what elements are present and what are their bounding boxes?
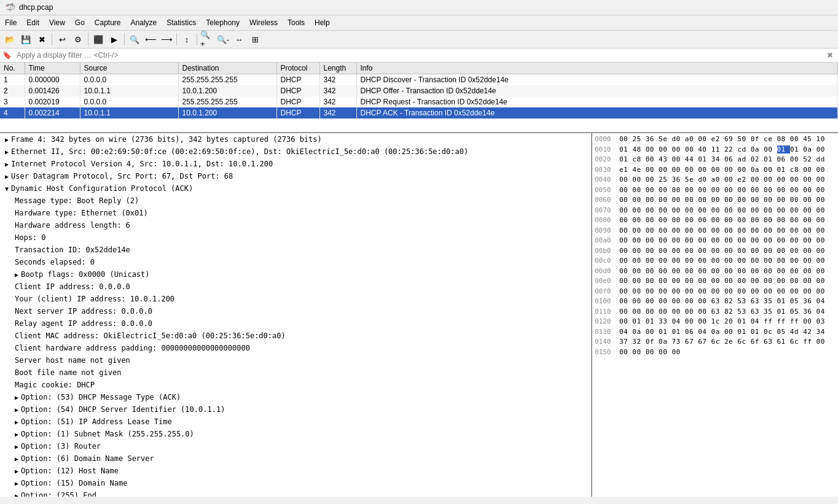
cell-info: DHCP Discover - Transaction ID 0x52dde14… (356, 74, 838, 86)
toolbar-sep-2 (88, 33, 88, 45)
toolbar-zoom-in[interactable]: 🔍+ (200, 32, 214, 47)
detail-text: Option: (12) Host Name (21, 467, 119, 475)
detail-text: Option: (1) Subnet Mask (255.255.255.0) (21, 430, 194, 438)
detail-line[interactable]: Client IP address: 0.0.0.0 (0, 281, 591, 293)
detail-line[interactable]: Relay agent IP address: 0.0.0.0 (0, 317, 591, 330)
detail-line[interactable]: Hardware address length: 6 (0, 219, 591, 231)
hex-offset: 0050 (595, 185, 619, 196)
toolbar-zoom-out[interactable]: 🔍- (216, 32, 230, 47)
detail-line[interactable]: ▶Internet Protocol Version 4, Src: 10.0.… (0, 158, 591, 170)
hex-bytes: 00 25 36 5e d0 a0 00 e2 69 50 0f ce 08 0… (619, 134, 836, 145)
menu-item-go[interactable]: Go (70, 17, 90, 29)
hex-offset: 0100 (595, 297, 619, 307)
table-row[interactable]: 20.00142610.0.1.110.0.1.200DHCP342DHCP O… (0, 85, 838, 96)
toolbar-filter[interactable]: 🔍 (127, 32, 142, 47)
detail-line[interactable]: Next server IP address: 0.0.0.0 (0, 305, 591, 317)
detail-line[interactable]: Hardware type: Ethernet (0x01) (0, 207, 591, 219)
detail-text: Option: (54) DHCP Server Identifier (10.… (21, 405, 225, 414)
hex-row: 0030e1 4e 00 00 00 00 00 00 00 00 0a 00 … (595, 165, 836, 176)
detail-line[interactable]: Hops: 0 (0, 231, 591, 244)
hex-offset: 00a0 (595, 236, 619, 246)
detail-line[interactable]: Seconds elapsed: 0 (0, 256, 591, 268)
toolbar-open[interactable]: 📂 (2, 32, 17, 47)
hex-row: 009000 00 00 00 00 00 00 00 00 00 00 00 … (595, 226, 836, 236)
toolbar-back[interactable]: ⟵ (143, 32, 158, 47)
detail-line[interactable]: ▶Option: (54) DHCP Server Identifier (10… (0, 403, 591, 416)
hex-row: 014037 32 0f 0a 73 67 67 6c 2e 6c 6f 63 … (595, 337, 836, 347)
hex-offset: 0060 (595, 195, 619, 206)
filter-input[interactable] (14, 50, 824, 61)
menu-item-view[interactable]: View (44, 17, 70, 29)
col-header-time[interactable]: Time (25, 63, 80, 74)
table-row[interactable]: 30.0020190.0.0.0255.255.255.255DHCP342DH… (0, 96, 838, 107)
expand-arrow-icon: ▶ (15, 406, 18, 413)
detail-line[interactable]: ▶Option: (15) Domain Name (0, 477, 591, 489)
detail-line[interactable]: Your (client) IP address: 10.0.1.200 (0, 293, 591, 305)
menu-item-capture[interactable]: Capture (90, 17, 126, 29)
detail-line[interactable]: ▼Dynamic Host Configuration Protocol (AC… (0, 182, 591, 195)
hex-row: 00e000 00 00 00 00 00 00 00 00 00 00 00 … (595, 276, 836, 287)
filter-bar[interactable]: 🔖 ✖ (0, 48, 838, 63)
toolbar-restart[interactable]: ↩ (55, 32, 69, 47)
menu-item-wireless[interactable]: Wireless (245, 17, 283, 29)
detail-line[interactable]: ▶User Datagram Protocol, Src Port: 67, D… (0, 170, 591, 182)
toolbar-zoom-reset[interactable]: ↔ (232, 32, 246, 47)
menu-item-file[interactable]: File (0, 17, 22, 29)
detail-line[interactable]: ▶Option: (3) Router (0, 440, 591, 452)
detail-text: Server host name not given (15, 356, 130, 365)
detail-line[interactable]: ▶Ethernet II, Src: 00:e2:69:50:0f:ce (00… (0, 145, 591, 158)
col-header-info[interactable]: Info (356, 63, 838, 74)
cell-dst: 255.255.255.255 (178, 96, 276, 107)
packet-details[interactable]: ▶Frame 4: 342 bytes on wire (2736 bits),… (0, 133, 592, 497)
col-header-src[interactable]: Source (80, 63, 178, 74)
toolbar-close[interactable]: ✖ (34, 32, 49, 47)
detail-line[interactable]: Transaction ID: 0x52dde14e (0, 244, 591, 256)
packet-table: No. Time Source Destination Protocol Len… (0, 63, 838, 118)
expand-arrow-icon: ▶ (15, 468, 18, 475)
detail-line[interactable]: ▶Option: (12) Host Name (0, 465, 591, 477)
menu-item-edit[interactable]: Edit (22, 17, 44, 29)
menu-item-analyze[interactable]: Analyze (126, 17, 162, 29)
table-row[interactable]: 10.0000000.0.0.0255.255.255.255DHCP342DH… (0, 74, 838, 86)
menu-item-statistics[interactable]: Statistics (162, 17, 201, 29)
detail-line[interactable]: Magic cookie: DHCP (0, 379, 591, 391)
detail-line[interactable]: ▶Frame 4: 342 bytes on wire (2736 bits),… (0, 133, 591, 145)
detail-text: Seconds elapsed: 0 (15, 258, 95, 266)
detail-line[interactable]: Client hardware address padding: 0000000… (0, 342, 591, 354)
col-header-proto[interactable]: Protocol (276, 63, 319, 74)
toolbar-options[interactable]: ⚙ (71, 32, 85, 47)
col-header-no[interactable]: No. (0, 63, 25, 74)
detail-line[interactable]: ▶Bootp flags: 0x0000 (Unicast) (0, 268, 591, 281)
col-header-len[interactable]: Length (319, 63, 356, 74)
packet-tbody: 10.0000000.0.0.0255.255.255.255DHCP342DH… (0, 74, 838, 119)
hex-bytes: e1 4e 00 00 00 00 00 00 00 00 0a 00 01 c… (619, 165, 836, 176)
detail-line[interactable]: ▶Option: (255) End (0, 489, 591, 497)
hex-bytes: 00 00 00 00 00 00 00 00 00 00 00 00 00 0… (619, 226, 836, 236)
toolbar-layout[interactable]: ⊞ (248, 32, 262, 47)
hex-offset: 0040 (595, 175, 619, 185)
detail-line[interactable]: Server host name not given (0, 354, 591, 366)
detail-line[interactable]: Client MAC address: OkiElectricI_5e:d0:a… (0, 330, 591, 342)
toolbar-save[interactable]: 💾 (18, 32, 33, 47)
detail-line[interactable]: ▶Option: (6) Domain Name Server (0, 452, 591, 465)
col-header-dst[interactable]: Destination (178, 63, 276, 74)
toolbar-stop[interactable]: ⬛ (91, 32, 106, 47)
detail-line[interactable]: ▶Option: (53) DHCP Message Type (ACK) (0, 391, 591, 403)
packet-list[interactable]: No. Time Source Destination Protocol Len… (0, 63, 838, 133)
expand-arrow-icon: ▶ (5, 136, 9, 143)
detail-line[interactable]: Boot file name not given (0, 366, 591, 379)
toolbar-jump[interactable]: ↕ (179, 32, 194, 47)
cell-src: 0.0.0.0 (80, 96, 178, 107)
hex-dump[interactable]: 000000 25 36 5e d0 a0 00 e2 69 50 0f ce … (592, 133, 838, 497)
detail-line[interactable]: ▶Option: (1) Subnet Mask (255.255.255.0) (0, 428, 591, 440)
filter-clear-icon[interactable]: ✖ (824, 51, 836, 60)
table-row[interactable]: 40.00221410.0.1.110.0.1.200DHCP342DHCP A… (0, 107, 838, 118)
expand-arrow-icon: ▶ (15, 394, 18, 401)
detail-line[interactable]: ▶Option: (51) IP Address Lease Time (0, 416, 591, 428)
menu-item-tools[interactable]: Tools (283, 17, 310, 29)
detail-line[interactable]: Message type: Boot Reply (2) (0, 195, 591, 207)
toolbar-start[interactable]: ▶ (107, 32, 122, 47)
toolbar-forward[interactable]: ⟶ (159, 32, 174, 47)
menu-item-help[interactable]: Help (310, 17, 335, 29)
menu-item-telephony[interactable]: Telephony (201, 17, 245, 29)
